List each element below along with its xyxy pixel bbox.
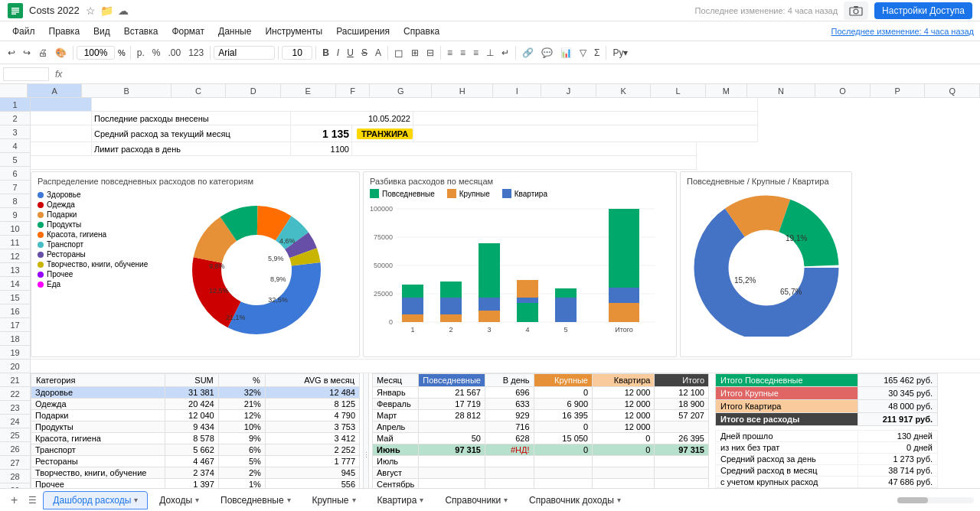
percent-button[interactable]: % [149,44,164,62]
row-header-2[interactable]: 2 [0,112,30,125]
chart-button[interactable]: 📊 [557,44,575,62]
input-tools-button[interactable]: Pу▾ [609,44,631,62]
col-header-P[interactable]: P [871,84,926,97]
strikethrough-button[interactable]: S [358,44,371,62]
row-header-23[interactable]: 23 [0,401,30,415]
row-header-13[interactable]: 13 [0,263,30,277]
row-header-24[interactable]: 24 [0,415,30,428]
row-header-22[interactable]: 22 [0,387,30,401]
bold-button[interactable]: B [319,44,332,62]
row-header-14[interactable]: 14 [0,277,30,291]
row-header-20[interactable]: 20 [0,360,30,373]
zoom-input[interactable] [77,46,115,60]
col-header-D[interactable]: D [226,84,281,97]
tab-income-ref[interactable]: Справочник доходы ▾ [519,491,631,509]
underline-button[interactable]: U [344,44,357,62]
row-header-19[interactable]: 19 [0,346,30,360]
col-header-O[interactable]: O [815,84,871,97]
formula-input[interactable] [68,69,977,80]
borders-button[interactable]: ⊞ [408,44,422,62]
row-header-3[interactable]: 3 [0,125,30,139]
function-button[interactable]: Σ [591,44,603,62]
tab-large-arrow[interactable]: ▾ [352,496,356,504]
row-header-21[interactable]: 21 [0,373,30,387]
paint-format-button[interactable]: 🎨 [52,44,70,62]
tab-income[interactable]: Доходы ▾ [149,491,209,509]
link-button[interactable]: 🔗 [519,44,537,62]
format-number-button[interactable]: 123 [185,44,207,62]
folder-icon[interactable]: 📁 [100,5,113,17]
sheet-menu-button[interactable]: ☰ [24,493,41,507]
font-size-input[interactable] [282,46,312,60]
col-header-Q[interactable]: Q [925,84,980,97]
menu-extensions[interactable]: Расширения [330,24,396,38]
row-header-9[interactable]: 9 [0,208,30,222]
menu-format[interactable]: Формат [165,24,211,38]
col-header-J[interactable]: J [541,84,596,97]
row-header-15[interactable]: 15 [0,291,30,304]
row-header-1[interactable]: 1 [0,98,30,112]
menu-edit[interactable]: Правка [43,24,87,38]
col-header-B[interactable]: B [82,84,171,97]
align-left-button[interactable]: ≡ [444,44,456,62]
row-header-27[interactable]: 27 [0,456,30,470]
tab-flat[interactable]: Квартира ▾ [368,491,434,509]
row-header-11[interactable]: 11 [0,236,30,249]
redo-button[interactable]: ↪ [20,44,34,62]
print-button[interactable]: 🖨 [35,44,51,62]
row-header-26[interactable]: 26 [0,442,30,456]
font-family-input[interactable] [214,46,275,60]
col-header-M[interactable]: M [706,84,747,97]
tab-income-arrow[interactable]: ▾ [195,496,199,504]
text-color-button[interactable]: A [372,44,384,62]
add-sheet-button[interactable]: + [6,492,22,509]
col-header-F[interactable]: F [336,84,371,97]
menu-help[interactable]: Справка [397,24,446,38]
menu-view[interactable]: Вид [87,24,116,38]
menu-file[interactable]: Файл [6,24,41,38]
tab-scrollbar-thumb[interactable] [897,497,928,503]
col-header-N[interactable]: N [747,84,815,97]
tab-scrollbar[interactable] [897,497,974,503]
menu-tools[interactable]: Инструменты [259,24,328,38]
row-header-12[interactable]: 12 [0,249,30,263]
row-header-17[interactable]: 17 [0,318,30,332]
valign-button[interactable]: ⊥ [483,44,497,62]
menu-data[interactable]: Данные [212,24,257,38]
menu-insert[interactable]: Вставка [118,24,165,38]
tab-dashboard[interactable]: Дашборд расходы ▾ [43,491,148,509]
row-header-4[interactable]: 4 [0,139,30,153]
tab-dashboard-arrow[interactable]: ▾ [134,496,138,504]
italic-button[interactable]: I [334,44,342,62]
col-header-A[interactable]: A [28,84,83,97]
align-right-button[interactable]: ≡ [470,44,482,62]
tab-income-ref-arrow[interactable]: ▾ [617,496,621,504]
col-header-G[interactable]: G [370,84,432,97]
cell-reference-input[interactable]: A1 [3,67,49,81]
col-header-H[interactable]: H [432,84,494,97]
row-header-5[interactable]: 5 [0,153,30,167]
cloud-icon[interactable]: ☁ [118,5,129,17]
row-header-25[interactable]: 25 [0,428,30,442]
undo-button[interactable]: ↩ [5,44,18,62]
tab-large[interactable]: Крупные ▾ [302,491,366,509]
row-header-28[interactable]: 28 [0,470,30,483]
row-header-7[interactable]: 7 [0,181,30,194]
row-header-16[interactable]: 16 [0,304,30,318]
col-header-L[interactable]: L [651,84,706,97]
filter-button[interactable]: ▽ [577,44,590,62]
align-center-button[interactable]: ≡ [457,44,469,62]
camera-icon[interactable] [844,2,868,20]
decimal-button[interactable]: .00 [165,44,184,62]
fill-color-button[interactable]: ◻ [391,44,407,62]
row-header-10[interactable]: 10 [0,222,30,236]
tab-reference-arrow[interactable]: ▾ [504,496,508,504]
tab-flat-arrow[interactable]: ▾ [420,496,423,504]
col-header-C[interactable]: C [172,84,227,97]
cell-A1[interactable] [31,98,92,112]
merge-cells-button[interactable]: ⊟ [423,44,437,62]
comment-button[interactable]: 💬 [538,44,556,62]
row-header-8[interactable]: 8 [0,194,30,208]
last-change-link[interactable]: Последнее изменение: 4 часа назад [831,27,974,36]
tab-everyday-arrow[interactable]: ▾ [287,496,291,504]
